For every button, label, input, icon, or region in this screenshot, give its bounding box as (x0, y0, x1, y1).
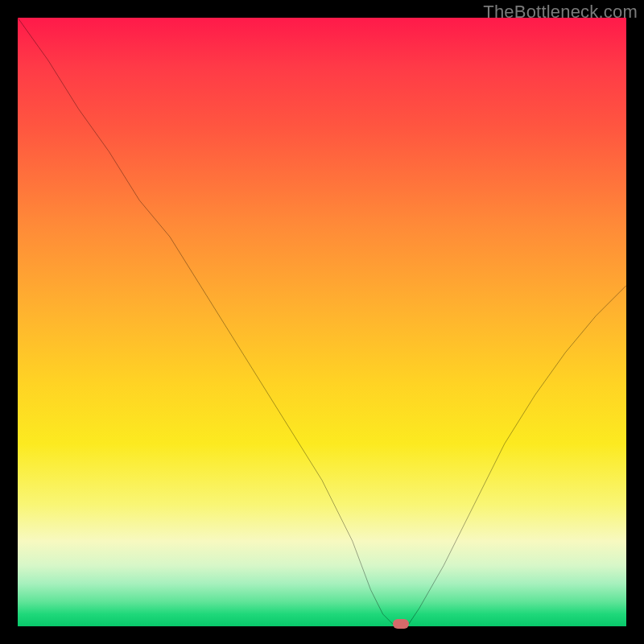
chart-frame: TheBottleneck.com (0, 0, 644, 644)
watermark-text: TheBottleneck.com (483, 2, 638, 23)
plot-area (18, 18, 626, 626)
bottleneck-curve (18, 18, 626, 626)
optimal-marker (393, 619, 409, 629)
